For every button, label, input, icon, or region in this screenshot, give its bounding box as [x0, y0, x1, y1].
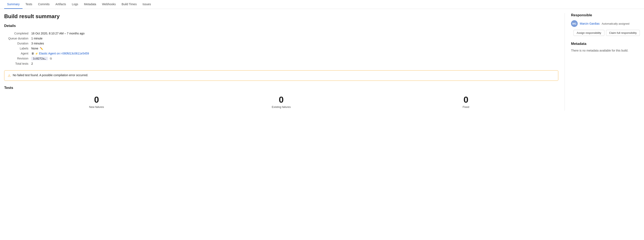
avatar-image: MG [571, 20, 578, 27]
existing-failures-stat: 0 Existing failures [189, 93, 374, 111]
metadata-section: Metadata There is no metadata available … [571, 42, 640, 52]
labels-value: None ✏️ [31, 46, 558, 51]
copy-icon[interactable]: ⧉ [50, 57, 52, 60]
responsible-section: Responsible MG Marcin Gardias Automatica… [571, 13, 640, 36]
edit-labels-icon[interactable]: ✏️ [40, 47, 43, 50]
agent-value: 🖥 ⚡ Elastic Agent on i-080fd13c0611e5459 [31, 51, 558, 56]
table-row: Duration 3 minutes [4, 41, 558, 46]
assign-responsibility-button[interactable]: Assign responsibility [574, 30, 604, 36]
labels-text: None [31, 47, 38, 50]
svg-text:MG: MG [572, 22, 576, 25]
responsible-row: MG Marcin Gardias Automatically assigned [571, 20, 640, 27]
avatar: MG [571, 20, 578, 27]
revision-badge: 1c8272a… [31, 57, 48, 60]
tab-tests[interactable]: Tests [22, 0, 35, 9]
tests-section: Tests 0 New failures 0 Existing failures… [4, 86, 558, 111]
queue-value: 1 minute [31, 36, 558, 41]
responsible-heading: Responsible [571, 13, 640, 17]
monitor-icon: 🖥 [31, 52, 34, 55]
person-name[interactable]: Marcin Gardias [580, 22, 600, 25]
metadata-empty-text: There is no metadata available for this … [571, 49, 640, 52]
tab-artifacts[interactable]: Artifacts [52, 0, 69, 9]
tab-commits[interactable]: Commits [35, 0, 52, 9]
warning-icon: ⚠ [8, 74, 11, 78]
table-row: Total tests 2 [4, 61, 558, 66]
duration-label: Duration [4, 41, 31, 46]
revision-value: 1c8272a… ⧉ [31, 56, 558, 61]
duration-value: 3 minutes [31, 41, 558, 46]
lightning-icon: ⚡ [35, 52, 38, 55]
right-column: Responsible MG Marcin Gardias Automatica… [565, 13, 640, 111]
new-failures-label: New failures [6, 105, 187, 109]
existing-failures-count: 0 [191, 95, 372, 105]
left-column: Build result summary Details Completed 1… [4, 13, 565, 111]
existing-failures-label: Existing failures [191, 105, 372, 109]
completed-label: Completed [4, 31, 31, 36]
total-tests-label: Total tests [4, 61, 31, 66]
fixed-count: 0 [376, 95, 556, 105]
tab-build-times[interactable]: Build Times [119, 0, 140, 9]
details-table: Completed 16 Oct 2020, 8:10:27 AM – 7 mo… [4, 31, 558, 66]
tab-issues[interactable]: Issues [140, 0, 154, 9]
fixed-label: Fixed [376, 105, 556, 109]
revision-label: Revision [4, 56, 31, 61]
metadata-heading: Metadata [571, 42, 640, 46]
responsibility-buttons: Assign responsibility Claim full respons… [571, 30, 640, 36]
warning-box: ⚠ No failed test found. A possible compi… [4, 70, 558, 81]
table-row: Completed 16 Oct 2020, 8:10:27 AM – 7 mo… [4, 31, 558, 36]
table-row: Labels None ✏️ [4, 46, 558, 51]
details-section: Details Completed 16 Oct 2020, 8:10:27 A… [4, 24, 558, 66]
queue-label: Queue duration [4, 36, 31, 41]
table-row: Revision 1c8272a… ⧉ [4, 56, 558, 61]
tab-logs[interactable]: Logs [69, 0, 81, 9]
labels-label: Labels [4, 46, 31, 51]
agent-label: Agent [4, 51, 31, 56]
new-failures-stat: 0 New failures [4, 93, 189, 111]
new-failures-count: 0 [6, 95, 187, 105]
completed-value: 16 Oct 2020, 8:10:27 AM – 7 months ago [31, 31, 558, 36]
table-row: Agent 🖥 ⚡ Elastic Agent on i-080fd13c061… [4, 51, 558, 56]
auto-assigned-text: Automatically assigned [602, 22, 630, 25]
page-content: Build result summary Details Completed 1… [0, 9, 644, 111]
page-title: Build result summary [4, 13, 558, 20]
agent-link[interactable]: Elastic Agent on i-080fd13c0611e5459 [39, 52, 89, 55]
total-tests-value: 2 [31, 61, 558, 66]
nav-bar: Summary Tests Commits Artifacts Logs Met… [0, 0, 644, 9]
tab-metadata[interactable]: Metadata [81, 0, 99, 9]
tests-grid: 0 New failures 0 Existing failures 0 Fix… [4, 93, 558, 111]
tab-summary[interactable]: Summary [4, 0, 22, 9]
fixed-stat: 0 Fixed [374, 93, 558, 111]
tab-webhooks[interactable]: Webhooks [99, 0, 119, 9]
claim-full-responsibility-button[interactable]: Claim full responsibility [606, 30, 640, 36]
warning-text: No failed test found. A possible compila… [13, 74, 88, 77]
table-row: Queue duration 1 minute [4, 36, 558, 41]
details-heading: Details [4, 24, 558, 28]
tests-heading: Tests [4, 86, 558, 90]
